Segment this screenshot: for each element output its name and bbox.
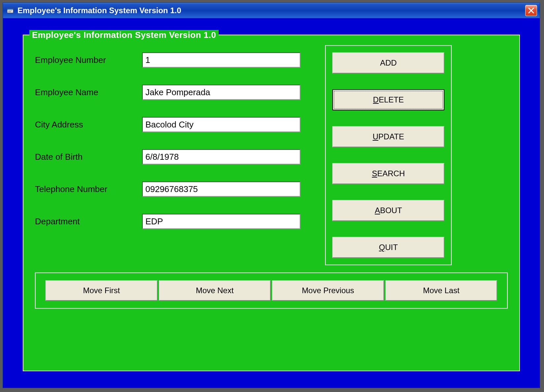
panel-legend: Employee's Information System Version 1.… (29, 30, 219, 40)
title-bar: Employee's Information System Version 1.… (3, 3, 540, 18)
content-row: Employee Number Employee Name City Addre… (35, 45, 508, 265)
input-employee-number[interactable] (142, 52, 300, 68)
field-city-address: City Address (35, 117, 312, 132)
move-previous-button[interactable]: Move Previous (272, 280, 384, 301)
window-title: Employee's Information System Version 1.… (17, 6, 525, 15)
input-department[interactable] (142, 214, 300, 229)
move-next-button[interactable]: Move Next (159, 280, 271, 301)
delete-button[interactable]: DELETE (332, 89, 444, 110)
main-panel: Employee's Information System Version 1.… (23, 35, 520, 371)
label-telephone: Telephone Number (35, 184, 142, 194)
quit-button[interactable]: QUIT (332, 237, 444, 258)
client-area: Employee's Information System Version 1.… (3, 18, 540, 388)
move-last-button[interactable]: Move Last (385, 280, 498, 301)
svg-rect-1 (7, 8, 13, 10)
input-telephone[interactable] (142, 182, 300, 197)
app-icon (7, 7, 14, 14)
app-window: Employee's Information System Version 1.… (3, 3, 540, 388)
svg-rect-2 (8, 11, 12, 11)
label-city-address: City Address (35, 120, 142, 130)
field-employee-number: Employee Number (35, 52, 312, 68)
input-city-address[interactable] (142, 117, 300, 132)
close-button[interactable] (525, 5, 537, 16)
svg-rect-3 (8, 12, 11, 12)
action-panel: ADD DELETE UPDATE SEARCH ABOUT QUIT (325, 45, 452, 265)
about-button[interactable]: ABOUT (332, 200, 444, 221)
field-department: Department (35, 214, 312, 229)
form-area: Employee Number Employee Name City Addre… (35, 45, 312, 265)
field-employee-name: Employee Name (35, 85, 312, 100)
field-telephone: Telephone Number (35, 182, 312, 197)
label-employee-name: Employee Name (35, 87, 142, 98)
label-dob: Date of Birth (35, 152, 142, 162)
search-button[interactable]: SEARCH (332, 163, 444, 184)
move-first-button[interactable]: Move First (45, 280, 158, 301)
add-button[interactable]: ADD (332, 52, 444, 73)
label-department: Department (35, 216, 142, 227)
update-button[interactable]: UPDATE (332, 126, 444, 147)
input-dob[interactable] (142, 149, 300, 164)
navigation-panel: Move First Move Next Move Previous Move … (35, 272, 508, 309)
input-employee-name[interactable] (142, 85, 300, 100)
field-dob: Date of Birth (35, 149, 312, 164)
label-employee-number: Employee Number (35, 55, 142, 65)
